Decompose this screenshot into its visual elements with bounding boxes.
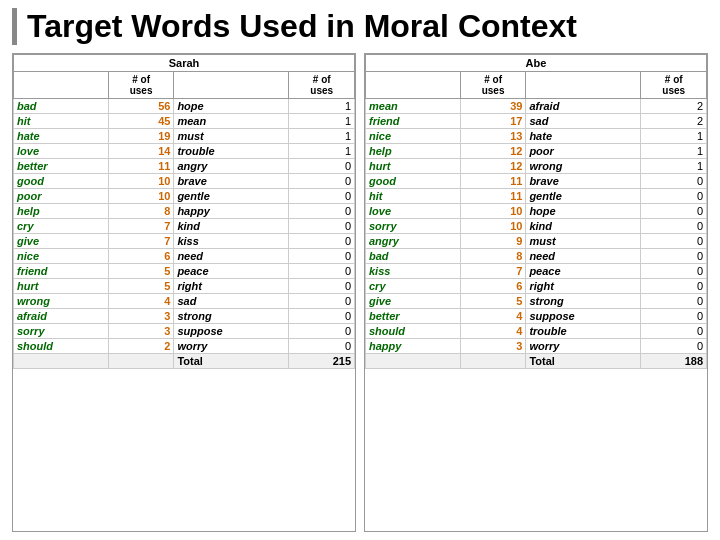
word-cell: sorry: [366, 219, 461, 234]
word-cell: sorry: [14, 324, 109, 339]
word-cell-right: angry: [174, 159, 289, 174]
word-cell: nice: [14, 249, 109, 264]
sarah-header: Sarah: [14, 55, 355, 72]
total-value: 215: [289, 354, 355, 369]
table-row: better11angry0: [14, 159, 355, 174]
word-cell-right: need: [526, 249, 641, 264]
table-row: good10brave0: [14, 174, 355, 189]
count-cell-right: 0: [289, 219, 355, 234]
count-cell: 7: [108, 234, 174, 249]
word-cell: bad: [14, 99, 109, 114]
count-cell: 4: [108, 294, 174, 309]
count-cell-right: 0: [641, 309, 707, 324]
word-cell-right: strong: [174, 309, 289, 324]
count-cell: 11: [460, 174, 526, 189]
word-cell-right: must: [174, 129, 289, 144]
count-cell: 7: [460, 264, 526, 279]
count-cell-right: 1: [641, 159, 707, 174]
table-row: wrong4sad0: [14, 294, 355, 309]
word-cell: help: [366, 144, 461, 159]
word-cell-right: worry: [174, 339, 289, 354]
word-cell: good: [14, 174, 109, 189]
word-cell: nice: [366, 129, 461, 144]
count-cell-right: 0: [289, 264, 355, 279]
count-cell-right: 2: [641, 114, 707, 129]
table-row: sorry10kind0: [366, 219, 707, 234]
count-cell-right: 0: [289, 249, 355, 264]
word-cell-right: suppose: [526, 309, 641, 324]
word-cell-right: peace: [526, 264, 641, 279]
word-cell: afraid: [14, 309, 109, 324]
table-row: help12poor1: [366, 144, 707, 159]
count-cell: 4: [460, 309, 526, 324]
table-row: should4trouble0: [366, 324, 707, 339]
count-cell-right: 0: [289, 204, 355, 219]
table-row: hurt12wrong1: [366, 159, 707, 174]
word-cell: cry: [14, 219, 109, 234]
table-row: hurt5right0: [14, 279, 355, 294]
table-row: friend5peace0: [14, 264, 355, 279]
word-cell-right: wrong: [526, 159, 641, 174]
count-cell: 14: [108, 144, 174, 159]
table-row: bad8need0: [366, 249, 707, 264]
count-cell-right: 0: [289, 174, 355, 189]
word-cell: help: [14, 204, 109, 219]
abe-uses-header2: # ofuses: [641, 72, 707, 99]
count-cell: 5: [108, 279, 174, 294]
word-cell: love: [14, 144, 109, 159]
count-cell-right: 0: [641, 219, 707, 234]
count-cell-right: 1: [289, 129, 355, 144]
count-cell: 7: [108, 219, 174, 234]
count-cell: 11: [460, 189, 526, 204]
word-cell-right: need: [174, 249, 289, 264]
count-cell-right: 1: [641, 144, 707, 159]
count-cell-right: 0: [641, 324, 707, 339]
table-row: good11brave0: [366, 174, 707, 189]
word-cell: good: [366, 174, 461, 189]
table-row: kiss7peace0: [366, 264, 707, 279]
word-cell-right: peace: [174, 264, 289, 279]
count-cell: 17: [460, 114, 526, 129]
word-cell: hit: [14, 114, 109, 129]
count-cell: 3: [108, 324, 174, 339]
tables-container: Sarah # ofuses # ofuses bad56hope1hit45m…: [12, 53, 708, 532]
count-cell: 10: [460, 219, 526, 234]
count-cell-right: 1: [289, 144, 355, 159]
page: Target Words Used in Moral Context Sarah…: [0, 0, 720, 540]
table-row: mean39afraid2: [366, 99, 707, 114]
count-cell-right: 0: [641, 249, 707, 264]
count-cell: 3: [460, 339, 526, 354]
count-cell: 3: [108, 309, 174, 324]
count-cell-right: 0: [641, 339, 707, 354]
word-cell: angry: [366, 234, 461, 249]
word-cell-right: sad: [174, 294, 289, 309]
count-cell: 10: [108, 189, 174, 204]
count-cell: 19: [108, 129, 174, 144]
word-cell: cry: [366, 279, 461, 294]
count-cell-right: 0: [641, 204, 707, 219]
word-cell-right: right: [174, 279, 289, 294]
table-row: bad56hope1: [14, 99, 355, 114]
abe-header: Abe: [366, 55, 707, 72]
word-cell-right: hope: [174, 99, 289, 114]
table-row: friend17sad2: [366, 114, 707, 129]
table-row: afraid3strong0: [14, 309, 355, 324]
word-cell-right: mean: [174, 114, 289, 129]
count-cell: 8: [460, 249, 526, 264]
count-cell: 5: [460, 294, 526, 309]
word-cell-right: kind: [526, 219, 641, 234]
word-cell-right: kind: [174, 219, 289, 234]
table-row: help8happy0: [14, 204, 355, 219]
total-label: Total: [174, 354, 289, 369]
count-cell: 6: [460, 279, 526, 294]
table-row: sorry3suppose0: [14, 324, 355, 339]
count-cell: 9: [460, 234, 526, 249]
count-cell: 11: [108, 159, 174, 174]
word-cell-right: happy: [174, 204, 289, 219]
count-cell-right: 0: [289, 234, 355, 249]
word-cell: poor: [14, 189, 109, 204]
count-cell: 56: [108, 99, 174, 114]
word-cell-right: must: [526, 234, 641, 249]
total-row: Total215: [14, 354, 355, 369]
table-row: angry9must0: [366, 234, 707, 249]
